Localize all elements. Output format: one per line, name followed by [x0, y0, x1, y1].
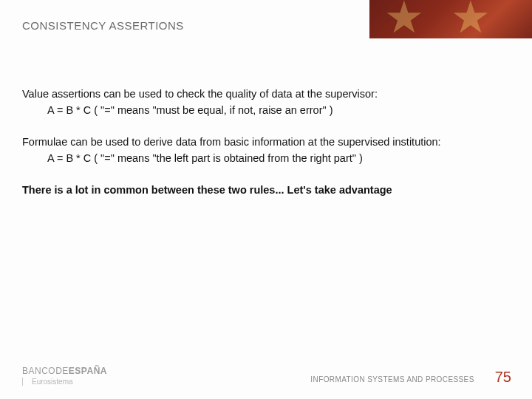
para1-intro: Value assertions can be used to check th… — [22, 87, 510, 102]
slide-title: CONSISTENCY ASSERTIONS — [22, 19, 184, 32]
logo-espana: ESPAÑA — [69, 366, 107, 376]
banner-decoration — [369, 0, 532, 38]
department-label: INFORMATION SYSTEMS AND PROCESSES — [310, 375, 474, 383]
logo-de: DE — [55, 366, 69, 376]
logo-banco: BANCO — [22, 366, 55, 376]
para1-formula: A = B * C ( "=" means "must be equal, if… — [22, 103, 510, 118]
footer: BANCODEESPAÑA Eurosistema INFORMATION SY… — [22, 366, 511, 386]
slide-body: Value assertions can be used to check th… — [22, 87, 510, 216]
para3: There is a lot in common between these t… — [22, 183, 510, 198]
page-number: 75 — [495, 369, 511, 386]
para2-intro: Formulae can be used to derive data from… — [22, 135, 510, 150]
para2-formula: A = B * C ( "=" means "the left part is … — [22, 151, 510, 166]
